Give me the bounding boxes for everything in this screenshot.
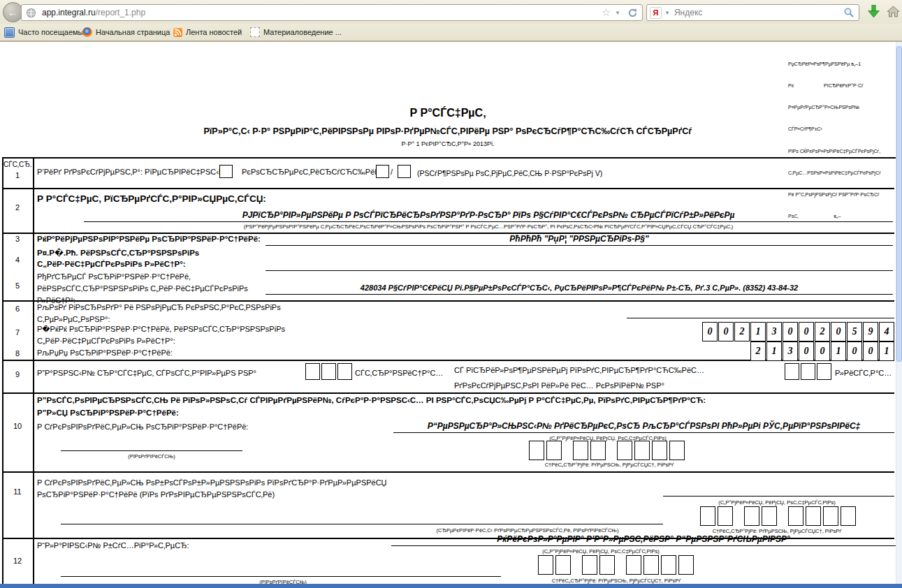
sheets-word: Р»РёСЃС‚Р°С… bbox=[835, 369, 892, 377]
digit-box: 2 bbox=[750, 341, 766, 361]
bookmark-most-visited[interactable]: Часто посещаемые bbox=[4, 26, 88, 38]
division-head-label-1: Р СѓРєРѕРІРѕРґРёС‚РµР»СЊ РѕР±РѕСЃРѕР±Р»Р… bbox=[37, 478, 387, 487]
org-name-value: РћРћРћ "РџР¦ "Р­РЅРµСЂРіРѕ-Р§" bbox=[265, 231, 893, 246]
empty-box bbox=[817, 363, 831, 380]
doc-type-note: (РЅСѓР¶РЅРѕРµ РѕС‚РјРµС‚РёС‚СЊ Р·РЅР°РєР… bbox=[417, 169, 602, 177]
empty-box bbox=[785, 363, 799, 380]
row-number: 5 bbox=[3, 281, 31, 290]
empty-box bbox=[546, 441, 562, 460]
digit-box: 1 bbox=[766, 341, 782, 361]
most-visited-icon bbox=[4, 27, 15, 38]
empty-box bbox=[643, 555, 659, 575]
foreign-person-label-2: С„РёР·РёС‡РµСЃРєРѕРіРѕ Р»РёС†Р°: bbox=[37, 260, 186, 268]
digit-box: 3 bbox=[783, 341, 798, 361]
row-separator bbox=[3, 188, 894, 189]
doc-type-correcting-label: РєРѕСЂСЂРµРєС‚РёСЂСѓСЋС‰РёР№ bbox=[242, 168, 388, 176]
url-path: /report_1.php bbox=[96, 8, 145, 17]
row-number: 9 bbox=[3, 370, 31, 378]
bookmark-materials[interactable]: Материаловедение ... bbox=[250, 26, 342, 38]
bookmark-label: Начальная страница bbox=[96, 28, 170, 36]
search-box[interactable]: Я ▼ Яндекс bbox=[646, 4, 859, 21]
empty-box bbox=[788, 506, 803, 526]
empty-box bbox=[718, 506, 733, 526]
accountant-label: Р“Р»Р°РІРЅС‹Р№ Р±СѓС…РіР°Р»С‚РµСЂ: bbox=[37, 541, 189, 550]
sheets-count-boxes bbox=[785, 363, 833, 380]
checkbox-correction-number bbox=[398, 165, 411, 178]
signature-caption: (РїРѕРґРїРёСЃСЊ) bbox=[61, 453, 242, 460]
digit-box: 3 bbox=[766, 322, 782, 341]
empty-box bbox=[582, 555, 597, 575]
empty-box bbox=[841, 506, 856, 526]
empty-box bbox=[573, 441, 588, 460]
browser-window: ← app.integral.ru/report_1.php ☆ ▼ Я ▼ Я… bbox=[0, 0, 902, 588]
row-number: 12 bbox=[3, 557, 31, 565]
digit-box: 9 bbox=[863, 322, 878, 341]
bookmark-start-page[interactable]: Начальная страница bbox=[82, 26, 170, 38]
row-number: 3 bbox=[3, 235, 31, 243]
digit-box: 0 bbox=[799, 322, 814, 341]
report-period: Р·Р° 1 РєРІР°СЂС‚Р°Р» 2013Рі. bbox=[0, 140, 896, 147]
empty-box bbox=[661, 555, 676, 575]
row-number: 4 bbox=[3, 256, 31, 264]
empty-box bbox=[678, 555, 694, 575]
empty-box bbox=[634, 441, 650, 460]
search-engine-label: Яндекс bbox=[674, 8, 843, 17]
corner-line: РїРѕ СЌРєРѕР»РѕРіРёС‡РµСЃРєРѕРјСѓ, bbox=[788, 148, 899, 155]
pages-label: Р”Р°РЅРЅС‹Р№ СЂР°СЃС‡РµС‚ СЃРѕСЃС‚Р°РІР»… bbox=[37, 369, 256, 377]
empty-box bbox=[801, 363, 815, 380]
search-magnifier-icon[interactable] bbox=[843, 7, 854, 18]
org-address-value: 428034 Р§СѓРІР°С€РёСЏ Рі.Р§РµР±РѕРєСЃР°С… bbox=[265, 279, 893, 295]
phone-label-1: РљРѕРґ РіРѕСЂРѕРґР° Рё РЅРѕРјРµСЂ РєРѕРЅ… bbox=[37, 303, 281, 311]
empty-box bbox=[337, 363, 352, 380]
empty-box bbox=[529, 441, 544, 460]
url-bar[interactable]: app.integral.ru/report_1.php ☆ ▼ bbox=[21, 4, 643, 21]
empty-box bbox=[555, 555, 571, 575]
empty-box bbox=[599, 555, 615, 575]
bookmark-news-feed[interactable]: Лента новостей bbox=[173, 26, 242, 38]
row-separator bbox=[3, 300, 894, 302]
empty-box bbox=[305, 363, 320, 380]
checkbox-correcting bbox=[376, 165, 389, 178]
slash-label: / bbox=[391, 168, 393, 176]
reload-icon[interactable] bbox=[627, 8, 638, 18]
proxy-signature-line bbox=[61, 510, 663, 524]
vertical-scrollbar[interactable] bbox=[896, 42, 902, 584]
back-button[interactable]: ← bbox=[3, 2, 23, 22]
foreign-person-label-1: Р¤.Р�.Рћ. РёРЅРѕСЃС‚СЂР°РЅРЅРѕРіРѕ bbox=[37, 248, 199, 258]
checkbox-primary bbox=[219, 165, 233, 178]
bookmark-star-icon[interactable]: ☆ bbox=[602, 6, 611, 19]
authority-value: РЈРїСЂР°РІР»РµРЅРёРµ Р РѕСЃРїСЂРёСЂРѕРґР… bbox=[84, 207, 893, 222]
empty-box bbox=[762, 506, 777, 526]
dashed-placeholder-icon bbox=[250, 27, 260, 37]
digit-box: 0 bbox=[718, 322, 734, 341]
attachments-label-2: РґРѕРєСѓРјРµРЅС‚РѕРІ РёР»Рё РёС… РєРѕРїР… bbox=[454, 381, 664, 390]
phone-label-2: С‚РµР»РµС„РѕРЅР°: bbox=[37, 315, 110, 323]
division-head-fio-line bbox=[663, 482, 894, 497]
division-head-label-2: РѕСЂРіР°РЅРёР·Р°С†РёРё (РїРѕ РґРѕРІРµСЂР… bbox=[37, 490, 275, 499]
yandex-engine-icon[interactable]: Я bbox=[650, 7, 662, 19]
phone-value-line bbox=[627, 304, 894, 318]
scrollbar-thumb[interactable] bbox=[896, 46, 902, 362]
empty-box bbox=[617, 441, 632, 460]
urlbar-dropdown-icon[interactable]: ▼ bbox=[615, 10, 620, 16]
for-organization-label: Р”Р»СЏ РѕСЂРіР°РЅРёР·Р°С†РёРё: bbox=[37, 409, 179, 417]
signature-line bbox=[61, 562, 501, 577]
signature-line bbox=[61, 436, 242, 451]
row-number: 6 bbox=[3, 304, 31, 313]
home-button[interactable] bbox=[887, 6, 900, 17]
empty-box bbox=[626, 555, 641, 575]
download-arrow-icon[interactable] bbox=[866, 4, 881, 19]
empty-box bbox=[590, 441, 606, 460]
submitted-to-label: Р Р°СЃС‡РµС‚ РїСЂРµРґСЃС‚Р°РІР»СЏРµС‚СЃС… bbox=[37, 193, 266, 204]
url-host: app.integral.ru bbox=[42, 8, 96, 17]
empty-box bbox=[806, 506, 821, 526]
attachments-label-1: СЃ РїСЂРёР»РѕР¶РµРЅРёРµРј РїРѕРґС‚РІРµСЂ… bbox=[454, 366, 704, 374]
column-header: СЃС‚СЂ. bbox=[3, 161, 31, 168]
digit-box: 1 bbox=[879, 341, 894, 361]
digit-box: 5 bbox=[847, 322, 862, 341]
doc-type-label: Р’РёРґ РґРѕРєСѓРјРµРЅС‚Р°: РїРµСЂРІРёС‡Р… bbox=[37, 168, 232, 176]
search-engine-dropdown-icon[interactable]: ▼ bbox=[664, 10, 670, 16]
empty-box bbox=[700, 506, 715, 526]
org-head-value: Р“РµРЅРµСЂР°Р»СЊРЅС‹Р№ РґРёСЂРµРєС‚РѕСЂ … bbox=[393, 417, 894, 433]
corner-line: РџСЂРёР»РѕР¶РµРЅРёРµ в„–1 bbox=[788, 61, 899, 68]
